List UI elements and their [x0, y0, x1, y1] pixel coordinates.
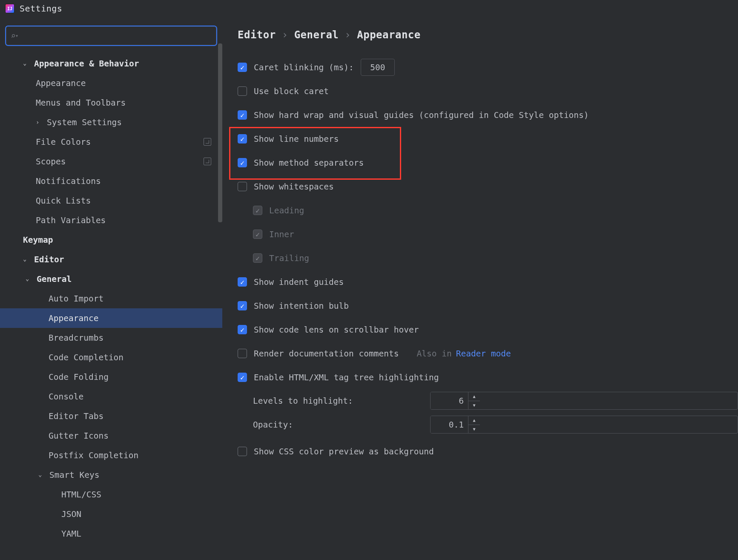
- row-css-preview: Show CSS color preview as background: [238, 439, 738, 463]
- chevron-down-icon: ⌄: [26, 275, 34, 282]
- row-line-numbers: Show line numbers: [238, 127, 738, 151]
- tree-item-menus-toolbars[interactable]: Menus and Toolbars: [0, 93, 222, 112]
- row-html-tree: Enable HTML/XML tag tree highlighting: [238, 365, 738, 389]
- levels-down-icon[interactable]: ▼: [468, 401, 480, 410]
- code-lens-checkbox[interactable]: [238, 325, 247, 334]
- breadcrumb-general[interactable]: General: [294, 29, 339, 41]
- tree-item-quick-lists[interactable]: Quick Lists: [0, 191, 222, 210]
- trailing-label: Trailing: [269, 253, 309, 263]
- row-caret-blinking: Caret blinking (ms):: [238, 55, 738, 79]
- tree-item-editor-tabs[interactable]: Editor Tabs: [0, 406, 222, 426]
- tree-item-editor[interactable]: ⌄Editor: [0, 250, 222, 269]
- tree-item-appearance[interactable]: Appearance: [0, 73, 222, 93]
- row-hard-wrap: Show hard wrap and visual guides (config…: [238, 103, 738, 127]
- search-input[interactable]: ⌕ ▾: [6, 26, 216, 45]
- row-inner: Inner: [238, 222, 738, 246]
- code-lens-label: Show code lens on scrollbar hover: [254, 325, 419, 335]
- line-numbers-label: Show line numbers: [254, 134, 339, 144]
- breadcrumb: Editor › General › Appearance: [238, 29, 738, 41]
- tree-item-keymap[interactable]: Keymap: [0, 230, 222, 250]
- leading-label: Leading: [269, 206, 304, 215]
- hard-wrap-label: Show hard wrap and visual guides (config…: [254, 110, 589, 120]
- row-leading: Leading: [238, 198, 738, 222]
- line-numbers-checkbox[interactable]: [238, 134, 247, 144]
- indent-guides-label: Show indent guides: [254, 277, 344, 287]
- tree-item-appearance-behavior[interactable]: ⌄Appearance & Behavior: [0, 54, 222, 73]
- titlebar: Settings: [0, 0, 738, 17]
- search-field[interactable]: [19, 31, 216, 41]
- css-preview-checkbox[interactable]: [238, 447, 247, 456]
- tree-item-yaml[interactable]: YAML: [0, 524, 222, 543]
- breadcrumb-separator: ›: [345, 29, 351, 41]
- render-doc-label: Render documentation comments: [254, 349, 399, 359]
- tree-item-breadcrumbs[interactable]: Breadcrumbs: [0, 328, 222, 347]
- row-intention-bulb: Show intention bulb: [238, 294, 738, 318]
- chevron-down-icon: ⌄: [38, 471, 47, 478]
- chevron-down-icon: ⌄: [23, 256, 32, 262]
- opacity-spinner[interactable]: ▲ ▼: [430, 416, 738, 434]
- row-whitespaces: Show whitespaces: [238, 175, 738, 198]
- tree-item-json[interactable]: JSON: [0, 504, 222, 524]
- intention-bulb-label: Show intention bulb: [254, 301, 349, 311]
- row-trailing: Trailing: [238, 246, 738, 270]
- tree-item-console[interactable]: Console: [0, 387, 222, 406]
- search-dropdown-icon[interactable]: ▾: [15, 33, 18, 39]
- breadcrumb-appearance: Appearance: [357, 29, 421, 41]
- tree-item-general[interactable]: ⌄General: [0, 269, 222, 289]
- tree-item-smart-keys[interactable]: ⌄Smart Keys: [0, 465, 222, 485]
- hard-wrap-checkbox[interactable]: [238, 110, 247, 120]
- tree-item-file-colors[interactable]: File Colors: [0, 132, 222, 152]
- block-caret-label: Use block caret: [254, 86, 329, 96]
- row-code-lens: Show code lens on scrollbar hover: [238, 318, 738, 342]
- breadcrumb-editor[interactable]: Editor: [238, 29, 276, 41]
- inner-checkbox: [253, 230, 262, 239]
- whitespaces-checkbox[interactable]: [238, 182, 247, 191]
- tree-item-notifications[interactable]: Notifications: [0, 171, 222, 191]
- opacity-input[interactable]: [431, 416, 468, 433]
- tree-item-auto-import[interactable]: Auto Import: [0, 289, 222, 308]
- also-in-hint: Also in: [416, 349, 451, 359]
- levels-up-icon[interactable]: ▲: [468, 392, 480, 401]
- tree-item-html-css[interactable]: HTML/CSS: [0, 485, 222, 504]
- block-caret-checkbox[interactable]: [238, 86, 247, 96]
- window-title: Settings: [20, 3, 62, 14]
- indent-guides-checkbox[interactable]: [238, 277, 247, 287]
- tree-item-postfix-completion[interactable]: Postfix Completion: [0, 445, 222, 465]
- tree-item-code-completion[interactable]: Code Completion: [0, 347, 222, 367]
- row-render-doc: Render documentation comments Also in Re…: [238, 342, 738, 365]
- trailing-checkbox: [253, 253, 262, 263]
- tree-item-appearance-selected[interactable]: Appearance: [0, 308, 222, 328]
- levels-label: Levels to highlight:: [253, 396, 430, 406]
- app-icon: [5, 4, 14, 13]
- levels-input[interactable]: [431, 392, 468, 409]
- caret-blinking-label: Caret blinking (ms):: [254, 63, 354, 72]
- sidebar: ⌕ ▾ ⌄Appearance & Behavior Appearance Me…: [0, 17, 222, 560]
- tree-item-gutter-icons[interactable]: Gutter Icons: [0, 426, 222, 445]
- row-indent-guides: Show indent guides: [238, 270, 738, 294]
- html-tree-checkbox[interactable]: [238, 373, 247, 382]
- tree-item-system-settings[interactable]: ›System Settings: [0, 112, 222, 132]
- tree-item-code-folding[interactable]: Code Folding: [0, 367, 222, 387]
- row-block-caret: Use block caret: [238, 79, 738, 103]
- reader-mode-link[interactable]: Reader mode: [456, 349, 511, 359]
- opacity-up-icon[interactable]: ▲: [468, 416, 480, 425]
- chevron-right-icon: ›: [36, 119, 44, 126]
- breadcrumb-separator: ›: [282, 29, 288, 41]
- method-separators-checkbox[interactable]: [238, 158, 247, 167]
- caret-blinking-checkbox[interactable]: [238, 63, 247, 72]
- tree-item-scopes[interactable]: Scopes: [0, 152, 222, 171]
- whitespaces-label: Show whitespaces: [254, 182, 334, 192]
- render-doc-checkbox[interactable]: [238, 349, 247, 358]
- levels-spinner[interactable]: ▲ ▼: [430, 392, 738, 410]
- chevron-down-icon: ⌄: [23, 60, 32, 66]
- css-preview-label: Show CSS color preview as background: [254, 447, 434, 457]
- opacity-down-icon[interactable]: ▼: [468, 425, 480, 434]
- leading-checkbox: [253, 206, 262, 215]
- row-method-separators: Show method separators: [238, 151, 738, 175]
- intention-bulb-checkbox[interactable]: [238, 301, 247, 310]
- content-panel: Editor › General › Appearance Caret blin…: [222, 17, 738, 560]
- inner-label: Inner: [269, 230, 294, 239]
- tree-item-path-variables[interactable]: Path Variables: [0, 210, 222, 230]
- project-badge-icon: [204, 138, 211, 146]
- caret-blinking-input[interactable]: [361, 59, 395, 76]
